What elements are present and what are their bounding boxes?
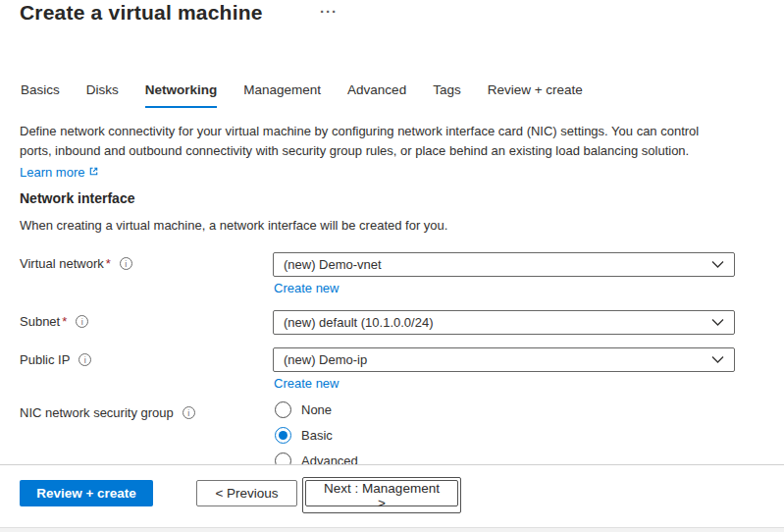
required-asterisk: * [62, 314, 67, 329]
tab-management[interactable]: Management [243, 82, 321, 108]
subnet-label: Subnet* i [20, 314, 88, 329]
nic-nsg-option-basic[interactable]: Basic [275, 427, 333, 444]
radio-unchecked-icon[interactable] [275, 452, 291, 464]
tab-bar: Basics Disks Networking Management Advan… [21, 82, 583, 108]
chevron-down-icon [711, 318, 724, 327]
learn-more-label: Learn more [20, 163, 84, 183]
learn-more-link[interactable]: Learn more [20, 163, 99, 183]
info-icon[interactable]: i [120, 257, 132, 270]
tab-advanced[interactable]: Advanced [347, 82, 406, 108]
nic-nsg-option-none[interactable]: None [275, 401, 332, 418]
tab-review-create[interactable]: Review + create [488, 82, 583, 108]
external-link-icon [88, 163, 99, 183]
subnet-value: (new) default (10.1.0.0/24) [284, 315, 711, 330]
previous-button[interactable]: < Previous [196, 480, 297, 506]
radio-label-basic: Basic [301, 428, 333, 443]
public-ip-value: (new) Demo-ip [284, 352, 711, 367]
tab-basics[interactable]: Basics [21, 82, 60, 108]
intro-block: Define network connectivity for your vir… [20, 122, 728, 183]
tab-tags[interactable]: Tags [433, 82, 461, 108]
section-subtitle: When creating a virtual machine, a netwo… [20, 218, 447, 233]
info-icon[interactable]: i [76, 315, 88, 328]
radio-unchecked-icon[interactable] [275, 401, 291, 418]
more-options-icon[interactable]: ··· [320, 3, 338, 20]
radio-label-advanced: Advanced [301, 453, 358, 464]
virtual-network-label: Virtual network* i [20, 256, 132, 271]
virtual-network-dropdown[interactable]: (new) Demo-vnet [273, 252, 735, 277]
virtual-network-create-new-link[interactable]: Create new [274, 281, 339, 295]
info-icon[interactable]: i [78, 353, 91, 366]
tab-disks[interactable]: Disks [86, 82, 119, 108]
public-ip-create-new-link[interactable]: Create new [274, 376, 339, 391]
virtual-network-value: (new) Demo-vnet [284, 257, 711, 272]
chevron-down-icon [711, 355, 724, 364]
section-network-interface: Network interface [20, 190, 134, 206]
info-icon[interactable]: i [183, 406, 195, 419]
create-vm-page: Create a virtual machine ··· Basics Disk… [0, 0, 784, 532]
page-bottom-strip [0, 527, 784, 532]
radio-label-none: None [301, 402, 332, 417]
tab-networking[interactable]: Networking [145, 82, 218, 108]
required-asterisk: * [106, 256, 111, 271]
public-ip-label: Public IP i [20, 352, 91, 367]
page-title: Create a virtual machine [20, 1, 263, 25]
nic-nsg-label: NIC network security group i [20, 405, 195, 420]
next-management-button[interactable]: Next : Management > [305, 480, 458, 506]
chevron-down-icon [711, 260, 724, 269]
review-create-button[interactable]: Review + create [20, 480, 153, 506]
subnet-dropdown[interactable]: (new) default (10.1.0.0/24) [273, 310, 735, 335]
intro-description: Define network connectivity for your vir… [20, 124, 699, 158]
nic-nsg-option-advanced[interactable]: Advanced [275, 452, 358, 464]
main-content: Create a virtual machine ··· Basics Disk… [0, 0, 784, 464]
public-ip-dropdown[interactable]: (new) Demo-ip [273, 347, 735, 372]
radio-checked-icon[interactable] [275, 427, 291, 444]
next-button-focus-ring: Next : Management > [302, 477, 461, 513]
footer-bar: Review + create < Previous Next : Manage… [0, 464, 784, 527]
